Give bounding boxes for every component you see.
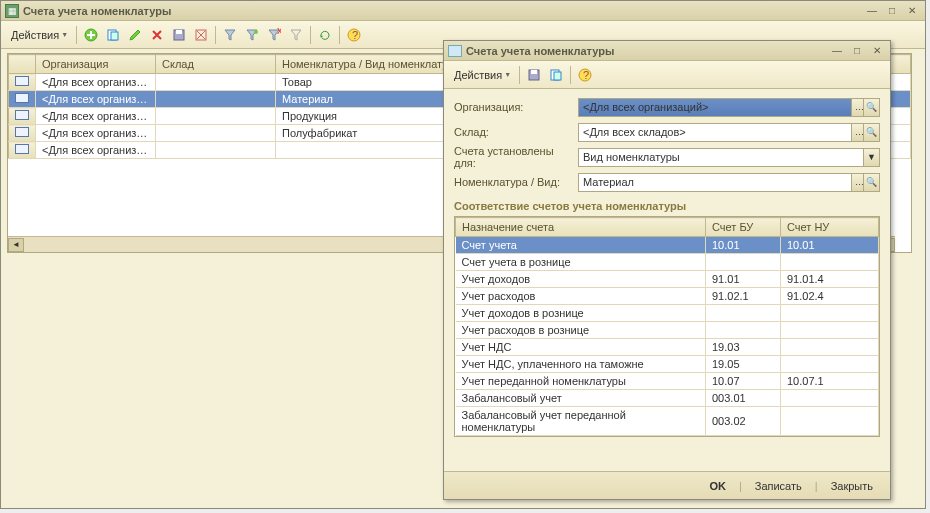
close-button[interactable]: ✕ [903,4,921,18]
dropdown-button[interactable]: ▼ [863,149,879,166]
search-button[interactable]: 🔍 [863,99,879,116]
cell-sklad[interactable] [156,74,276,91]
table-row[interactable]: Счет учета в рознице [456,254,879,271]
cell-nu[interactable] [781,390,879,407]
cell-bu[interactable] [706,254,781,271]
cell-sklad[interactable] [156,91,276,108]
filter-1-button[interactable] [220,25,240,45]
dialog-help-button[interactable]: ? [575,65,595,85]
dialog-minimize-button[interactable]: ― [828,44,846,58]
cell-bu[interactable]: 91.01 [706,271,781,288]
cell-purpose[interactable]: Учет НДС, уплаченного на таможне [456,356,706,373]
table-row[interactable]: Учет доходов91.0191.01.4 [456,271,879,288]
dialog-actions-menu[interactable]: Действия▼ [450,65,515,85]
save-button[interactable] [169,25,189,45]
refresh-button[interactable] [315,25,335,45]
cell-purpose[interactable]: Забалансовый учет [456,390,706,407]
cell-bu[interactable]: 91.02.1 [706,288,781,305]
write-button[interactable]: Записать [746,477,811,495]
cell-purpose[interactable]: Счет учета [456,237,706,254]
edit-button[interactable] [125,25,145,45]
actions-menu[interactable]: Действия▼ [7,25,72,45]
table-row[interactable]: Учет НДС, уплаченного на таможне19.05 [456,356,879,373]
accounts-grid[interactable]: Назначение счета Счет БУ Счет НУ Счет уч… [454,216,880,437]
cell-purpose[interactable]: Учет доходов в рознице [456,305,706,322]
cell-org[interactable]: <Для всех организ… [36,108,156,125]
cell-bu[interactable]: 10.01 [706,237,781,254]
table-row[interactable]: Учет расходов в рознице [456,322,879,339]
cell-purpose[interactable]: Учет расходов [456,288,706,305]
nom-field[interactable]: Материал … 🔍 [578,173,880,192]
table-row[interactable]: Забалансовый учет003.01 [456,390,879,407]
maximize-button[interactable]: □ [883,4,901,18]
cell-org[interactable]: <Для всех организ… [36,125,156,142]
cell-bu[interactable]: 19.05 [706,356,781,373]
minimize-button[interactable]: ― [863,4,881,18]
cell-bu[interactable] [706,322,781,339]
cell-purpose[interactable]: Счет учета в рознице [456,254,706,271]
cell-bu[interactable]: 003.01 [706,390,781,407]
cell-purpose[interactable]: Учет переданной номенклатуры [456,373,706,390]
dialog-save-button[interactable] [524,65,544,85]
cell-org[interactable]: <Для всех организ… [36,74,156,91]
cell-nu[interactable]: 91.01.4 [781,271,879,288]
cell-bu[interactable]: 19.03 [706,339,781,356]
col-purpose[interactable]: Назначение счета [456,218,706,237]
table-row[interactable]: Учет переданной номенклатуры10.0710.07.1 [456,373,879,390]
cell-sklad[interactable] [156,125,276,142]
table-row[interactable]: Учет НДС19.03 [456,339,879,356]
help-button[interactable]: ? [344,25,364,45]
delete-button[interactable] [147,25,167,45]
cell-sklad[interactable] [156,108,276,125]
dialog-close-button[interactable]: ✕ [868,44,886,58]
cell-nu[interactable]: 10.01 [781,237,879,254]
table-row[interactable]: Забалансовый учет переданной номенклатур… [456,407,879,436]
col-sklad[interactable]: Склад [156,55,276,74]
cell-nu[interactable] [781,254,879,271]
cell-nu[interactable] [781,356,879,373]
row-indicator-icon [9,91,36,108]
cell-nu[interactable]: 10.07.1 [781,373,879,390]
ok-button[interactable]: OK [700,477,735,495]
svg-rect-11 [531,70,537,74]
search-button[interactable]: 🔍 [863,124,879,141]
dialog-maximize-button[interactable]: □ [848,44,866,58]
search-button[interactable]: 🔍 [863,174,879,191]
cell-purpose[interactable]: Учет НДС [456,339,706,356]
mark-button[interactable] [191,25,211,45]
dialog-copy-button[interactable] [546,65,566,85]
table-row[interactable]: Учет доходов в рознице [456,305,879,322]
col-org[interactable]: Организация [36,55,156,74]
org-field[interactable]: <Для всех организаций> … 🔍 [578,98,880,117]
filter-3-button[interactable]: x [264,25,284,45]
sklad-label: Склад: [454,126,578,138]
cell-org[interactable]: <Для всех организ… [36,142,156,159]
cell-nu[interactable] [781,305,879,322]
filter-2-button[interactable] [242,25,262,45]
filter-clear-button[interactable] [286,25,306,45]
svg-text:?: ? [352,29,358,41]
cell-nu[interactable] [781,322,879,339]
add-button[interactable] [81,25,101,45]
cell-bu[interactable]: 003.02 [706,407,781,436]
cell-bu[interactable]: 10.07 [706,373,781,390]
copy-button[interactable] [103,25,123,45]
cell-nu[interactable] [781,407,879,436]
cell-nu[interactable]: 91.02.4 [781,288,879,305]
ustfor-field[interactable]: Вид номенклатуры ▼ [578,148,880,167]
col-bu[interactable]: Счет БУ [706,218,781,237]
cell-nu[interactable] [781,339,879,356]
col-nu[interactable]: Счет НУ [781,218,879,237]
app-icon: ▦ [5,4,19,18]
scroll-left-button[interactable]: ◄ [8,238,24,252]
cell-sklad[interactable] [156,142,276,159]
cancel-button[interactable]: Закрыть [822,477,882,495]
cell-org[interactable]: <Для всех организ… [36,91,156,108]
sklad-field[interactable]: <Для всех складов> … 🔍 [578,123,880,142]
cell-bu[interactable] [706,305,781,322]
table-row[interactable]: Учет расходов91.02.191.02.4 [456,288,879,305]
cell-purpose[interactable]: Учет доходов [456,271,706,288]
cell-purpose[interactable]: Забалансовый учет переданной номенклатур… [456,407,706,436]
table-row[interactable]: Счет учета10.0110.01 [456,237,879,254]
cell-purpose[interactable]: Учет расходов в рознице [456,322,706,339]
